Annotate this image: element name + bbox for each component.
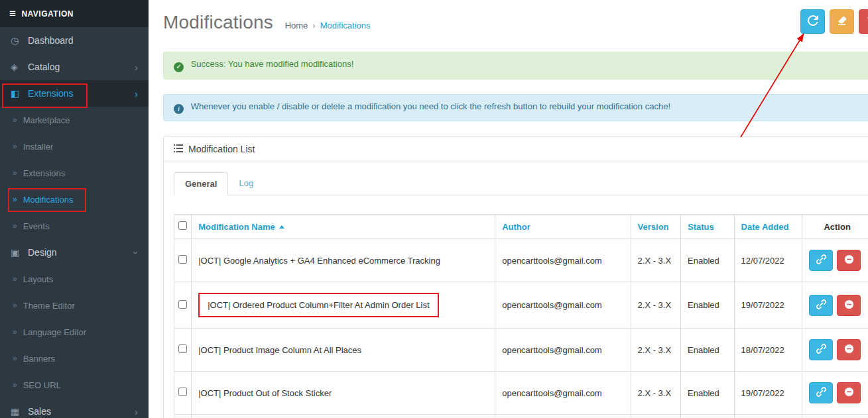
modification-date-added: 19/07/2022 [734,282,802,329]
chevron-right-icon: › [135,62,138,73]
row-checkbox[interactable] [178,388,187,396]
sidebar-item-label: Marketplace [23,115,70,125]
link-button[interactable] [809,382,833,403]
sidebar-item-catalog[interactable]: ◈ Catalog › [0,54,149,80]
refresh-button[interactable] [800,9,825,34]
annotation-highlight-box: |OCT| Ordered Product Column+Filter At A… [198,293,438,317]
sidebar-item-banners[interactable]: » Banners [0,345,149,372]
check-circle-icon: ✓ [174,62,184,72]
row-checkbox[interactable] [178,300,187,309]
select-all-checkbox[interactable] [178,221,187,230]
sidebar-menu: ◷ Dashboard ◈ Catalog › ◧ Extensions › »… [0,27,149,418]
sidebar-item-label: Installer [23,142,54,152]
tab-bar: General Log [174,172,868,195]
success-alert: ✓ Success: You have modified modificatio… [163,52,868,79]
minus-circle-icon [844,299,854,311]
table-row: |OCT| Product Out of Stock Sticker openc… [174,372,868,415]
modification-name: |OCT| Shipping Method By Customer Groups [192,415,495,418]
disable-button[interactable] [837,250,861,271]
disable-button[interactable] [837,382,861,403]
breadcrumb-current-link[interactable]: Modifications [320,21,371,30]
sidebar-item-seo-url[interactable]: » SEO URL [0,372,149,398]
sidebar-item-modifications[interactable]: » Modifications [0,186,149,213]
cart-icon: ▦ [11,406,28,417]
action-cell [802,239,868,282]
refresh-icon [808,15,818,28]
sidebar-item-events[interactable]: » Events [0,213,149,239]
sidebar-item-layouts[interactable]: » Layouts [0,266,149,292]
sidebar-item-sales[interactable]: ▦ Sales › [0,398,149,418]
table-header-row: Modification Name Author Version Status … [174,215,868,239]
sort-by-name-link[interactable]: Modification Name [198,222,284,232]
column-header-status[interactable]: Status [681,215,735,239]
modification-list-panel: Modification List General Log Modi [163,136,868,418]
modification-author: opencarttools@gmail.com [495,372,631,415]
info-alert: i Whenever you enable / disable or delet… [163,94,868,122]
modification-version: 2.X - 3.X [631,239,681,282]
page-header: Modifications Home › Modifications [163,0,868,52]
sidebar: ≡ NAVIGATION ◷ Dashboard ◈ Catalog › ◧ E… [0,0,149,418]
disable-button[interactable] [837,339,861,360]
modification-author: opencarttools@gmail.com [495,282,631,329]
modification-version: 2.X - 3.X [631,329,681,372]
modification-status: Enabled [681,329,735,372]
menu-icon: ≡ [9,7,16,21]
sidebar-item-language-editor[interactable]: » Language Editor [0,319,149,345]
link-button[interactable] [809,250,833,271]
modification-name: |OCT| Product Out of Stock Sticker [192,372,495,415]
modification-status: Enabled [681,372,735,415]
modification-name: |OCT| Google Analytics + GA4 Enhanced eC… [192,239,495,282]
row-checkbox[interactable] [178,344,187,353]
tab-log[interactable]: Log [228,172,264,195]
column-header-date-added[interactable]: Date Added [734,215,802,239]
sidebar-item-design[interactable]: ▣ Design › [0,239,149,266]
breadcrumb: Home › Modifications [285,21,371,30]
page-title: Modifications [163,12,273,32]
tab-general[interactable]: General [174,172,228,195]
link-icon [816,344,826,356]
modification-status: Enabled [681,239,735,282]
sidebar-item-label: Catalog [28,62,60,72]
sidebar-item-label: Layouts [23,274,54,284]
row-checkbox[interactable] [178,255,187,264]
sidebar-item-label: Design [28,247,57,258]
angle-double-right-icon: » [13,274,17,284]
panel-title: Modification List [188,144,255,154]
list-icon [174,144,183,154]
clear-button[interactable] [830,9,854,34]
table-row: |OCT| Ordered Product Column+Filter At A… [174,282,868,329]
chevron-right-icon: › [135,88,138,99]
dashboard-icon: ◷ [11,35,28,46]
header-buttons [800,9,868,34]
link-icon [816,387,826,399]
angle-double-right-icon: » [13,221,17,231]
column-header-author[interactable]: Author [495,215,631,239]
action-cell [802,329,868,372]
chevron-right-icon: › [135,406,138,417]
link-button[interactable] [809,339,833,360]
sidebar-item-extensions-sub[interactable]: » Extensions [0,160,149,186]
sidebar-item-extensions[interactable]: ◧ Extensions › [0,80,149,107]
sidebar-item-dashboard[interactable]: ◷ Dashboard [0,27,149,54]
disable-button[interactable] [837,295,861,316]
column-header-name-label: Modification Name [198,222,275,232]
desktop-icon: ▣ [11,247,28,258]
sidebar-header[interactable]: ≡ NAVIGATION [0,0,149,27]
sidebar-item-theme-editor[interactable]: » Theme Editor [0,292,149,319]
link-button[interactable] [809,295,833,316]
table-row: |OCT| Shipping Method By Customer Groups… [174,415,868,418]
action-cell [802,415,868,418]
sidebar-item-label: Extensions [23,168,66,178]
action-cell [802,282,868,329]
sidebar-item-label: Events [23,221,50,231]
success-alert-text: Success: You have modified modifications… [191,59,354,69]
modification-version: 2.X - 3.X [631,282,681,329]
minus-circle-icon [844,254,854,266]
delete-button[interactable] [859,9,868,34]
column-header-version[interactable]: Version [631,215,681,239]
sidebar-item-installer[interactable]: » Installer [0,133,149,160]
sidebar-item-marketplace[interactable]: » Marketplace [0,107,149,133]
modification-author: opencarttools@gmail.com [495,415,631,418]
breadcrumb-home-link[interactable]: Home [285,21,308,30]
angle-double-right-icon: » [13,327,17,337]
